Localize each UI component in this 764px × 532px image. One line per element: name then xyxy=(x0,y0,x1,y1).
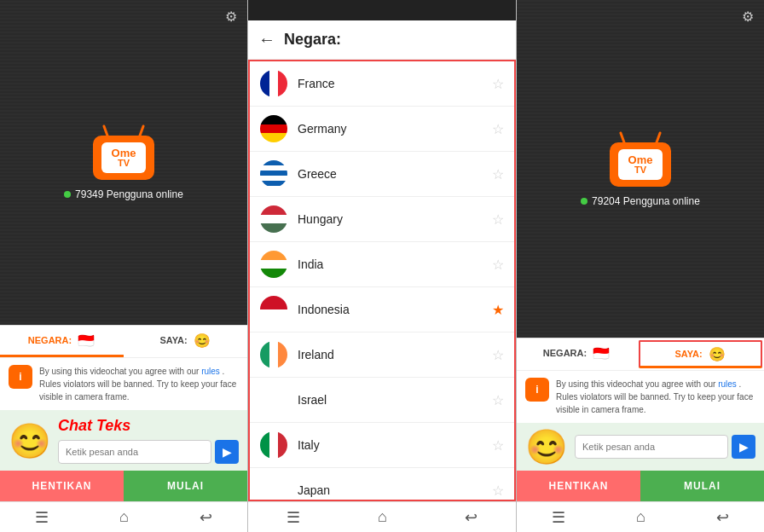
country-item[interactable]: Italy☆ xyxy=(250,423,514,468)
left-saya-emoji: 😊 xyxy=(193,331,211,350)
left-stop-button[interactable]: HENTIKAN xyxy=(0,471,124,501)
country-item[interactable]: France☆ xyxy=(250,61,514,107)
center-nav-bar: ☰ ⌂ ↩ xyxy=(248,501,516,532)
right-nav-home-icon[interactable]: ⌂ xyxy=(636,508,645,526)
right-tv-body: Ome TV xyxy=(610,142,671,187)
left-negara-flag: 🇮🇩 xyxy=(77,331,96,350)
left-tab-negara[interactable]: NEGARA: 🇮🇩 xyxy=(0,326,124,357)
country-name: Greece xyxy=(298,167,492,181)
left-chat-right: Chat Teks ▶ xyxy=(58,417,239,464)
left-tabs-bar: NEGARA: 🇮🇩 SAYA: 😊 xyxy=(0,325,247,357)
right-logo: Ome TV xyxy=(606,131,674,187)
center-topbar xyxy=(248,0,516,20)
right-stop-button[interactable]: HENTIKAN xyxy=(517,471,640,501)
right-nav-back-icon[interactable]: ↩ xyxy=(716,508,729,527)
country-star-icon[interactable]: ☆ xyxy=(492,347,504,363)
country-name: Israel xyxy=(298,393,492,407)
right-negara-flag: 🇮🇩 xyxy=(592,344,611,362)
left-nav-home-icon[interactable]: ⌂ xyxy=(119,508,129,526)
country-flag xyxy=(260,160,287,188)
country-item[interactable]: India☆ xyxy=(250,242,514,287)
left-tv-icon: Ome TV xyxy=(90,124,158,180)
country-name: Germany xyxy=(298,122,492,136)
left-chat-input-row: ▶ xyxy=(58,440,239,464)
left-info-text: By using this videochat you agree with o… xyxy=(39,365,239,403)
right-chat-input[interactable] xyxy=(575,435,728,459)
right-send-button[interactable]: ▶ xyxy=(732,435,755,459)
left-online-count: 79349 Pengguna online xyxy=(64,188,183,200)
right-ome-text: Ome xyxy=(628,154,653,165)
left-chat-area: 😊 Chat Teks ▶ xyxy=(0,410,247,471)
right-nav-menu-icon[interactable]: ☰ xyxy=(552,508,565,527)
right-tab-saya[interactable]: SAYA: 😊 xyxy=(639,340,762,368)
country-star-icon[interactable]: ☆ xyxy=(492,257,504,273)
left-chat-emoji: 😊 xyxy=(9,424,51,458)
left-panel: ⚙ Ome TV 79349 Pengguna online NEGARA: 🇮… xyxy=(0,0,247,532)
center-nav-back-icon[interactable]: ↩ xyxy=(465,508,478,527)
country-name: Japan xyxy=(298,483,492,497)
country-star-icon[interactable]: ☆ xyxy=(492,121,504,137)
right-start-button[interactable]: MULAI xyxy=(640,471,764,501)
country-flag xyxy=(260,477,287,501)
left-tv-screen: Ome TV xyxy=(101,142,146,173)
country-star-icon[interactable]: ☆ xyxy=(492,166,504,182)
country-flag xyxy=(260,251,287,278)
right-nav-bar: ☰ ⌂ ↩ xyxy=(517,501,764,532)
left-nav-menu-icon[interactable]: ☰ xyxy=(35,508,49,527)
left-nav-back-icon[interactable]: ↩ xyxy=(200,508,212,527)
left-logo: Ome TV xyxy=(90,124,158,180)
country-item[interactable]: Indonesia★ xyxy=(250,287,514,332)
center-header: ← Negara: xyxy=(248,20,516,60)
left-send-button[interactable]: ▶ xyxy=(215,440,239,464)
country-list: France☆Germany☆Greece☆Hungary☆India☆Indo… xyxy=(248,60,516,501)
left-info-bar: i By using this videochat you agree with… xyxy=(0,357,247,410)
left-nav-bar: ☰ ⌂ ↩ xyxy=(0,501,247,532)
center-panel: ← Negara: France☆Germany☆Greece☆Hungary☆… xyxy=(247,0,517,532)
country-star-icon[interactable]: ☆ xyxy=(492,76,504,92)
center-nav-home-icon[interactable]: ⌂ xyxy=(378,508,387,526)
right-gear-icon[interactable]: ⚙ xyxy=(742,9,754,25)
country-star-icon[interactable]: ☆ xyxy=(492,483,504,499)
right-online-dot xyxy=(581,198,587,205)
left-video-bg: ⚙ Ome TV 79349 Pengguna online xyxy=(0,0,247,325)
right-chat-emoji: 😊 xyxy=(525,430,568,464)
country-star-icon[interactable]: ☆ xyxy=(492,211,504,228)
country-item[interactable]: Germany☆ xyxy=(250,107,514,152)
country-flag xyxy=(260,341,287,368)
right-tv-text: TV xyxy=(634,165,646,175)
right-tv-icon: Ome TV xyxy=(606,131,674,187)
country-name: Indonesia xyxy=(298,303,492,316)
country-flag xyxy=(260,115,287,142)
right-chat-input-row: ▶ xyxy=(575,435,755,459)
left-chat-input[interactable] xyxy=(58,440,211,464)
right-info-icon: i xyxy=(525,378,549,402)
left-tv-body: Ome TV xyxy=(93,136,154,180)
center-nav-menu-icon[interactable]: ☰ xyxy=(286,508,300,527)
country-flag xyxy=(260,205,287,233)
right-tab-negara[interactable]: NEGARA: 🇮🇩 xyxy=(517,338,637,370)
right-saya-emoji: 😊 xyxy=(708,344,726,363)
left-start-button[interactable]: MULAI xyxy=(124,471,247,501)
right-tabs-bar: NEGARA: 🇮🇩 SAYA: 😊 xyxy=(517,338,764,370)
left-info-icon: i xyxy=(9,365,32,389)
left-chat-title: Chat Teks xyxy=(58,417,239,435)
right-video-bg: ⚙ Ome TV 79204 Pengguna online xyxy=(517,0,764,338)
country-name: Ireland xyxy=(298,348,492,361)
country-item[interactable]: Greece☆ xyxy=(250,152,514,197)
country-star-icon[interactable]: ☆ xyxy=(492,437,504,454)
country-item[interactable]: Ireland☆ xyxy=(250,332,514,378)
country-star-icon[interactable]: ★ xyxy=(492,302,504,318)
country-item[interactable]: Hungary☆ xyxy=(250,197,514,242)
right-panel: ⚙ Ome TV 79204 Pengguna online NEGARA: 🇮… xyxy=(517,0,764,532)
right-chat-area: 😊 ▶ xyxy=(517,423,764,471)
center-header-title: Negara: xyxy=(284,31,341,49)
country-name: France xyxy=(298,77,492,90)
right-online-count: 79204 Pengguna online xyxy=(581,195,700,207)
left-gear-icon[interactable]: ⚙ xyxy=(225,9,237,25)
country-item[interactable]: Israel☆ xyxy=(250,378,514,423)
country-star-icon[interactable]: ☆ xyxy=(492,392,504,408)
left-tab-saya[interactable]: SAYA: 😊 xyxy=(124,326,247,357)
back-arrow-icon[interactable]: ← xyxy=(258,30,275,49)
country-item[interactable]: Japan☆ xyxy=(250,468,514,501)
right-info-text: By using this videochat you agree with o… xyxy=(556,378,755,416)
